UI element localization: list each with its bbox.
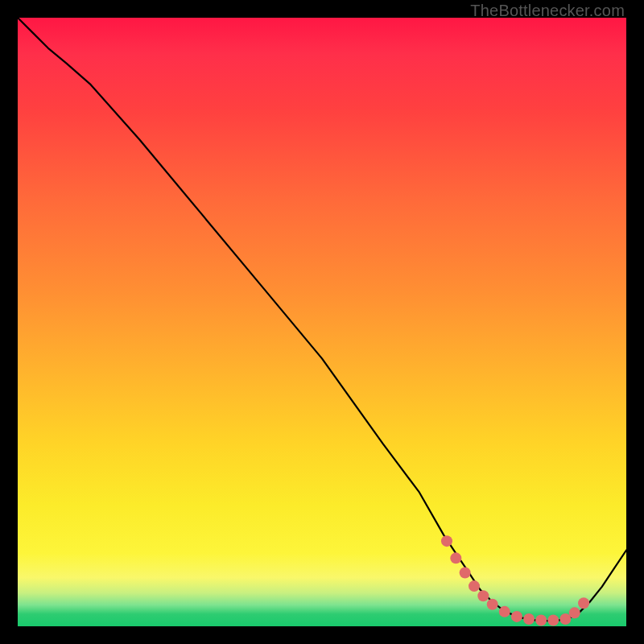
data-point bbox=[487, 599, 498, 610]
data-point bbox=[523, 613, 535, 625]
data-point bbox=[460, 567, 471, 578]
data-point bbox=[535, 614, 547, 625]
data-point bbox=[450, 552, 461, 564]
data-point bbox=[547, 614, 559, 625]
data-point bbox=[578, 597, 589, 609]
chart-frame: TheBottlenecker.com bbox=[0, 0, 644, 644]
data-points bbox=[441, 535, 589, 625]
data-point bbox=[441, 535, 452, 547]
data-point bbox=[569, 607, 580, 618]
chart-svg bbox=[18, 18, 626, 626]
data-point bbox=[469, 580, 480, 592]
bottleneck-curve bbox=[18, 18, 626, 621]
data-point bbox=[499, 606, 510, 617]
data-point bbox=[477, 590, 489, 601]
data-point bbox=[511, 611, 522, 622]
chart-plot-area bbox=[18, 18, 626, 626]
